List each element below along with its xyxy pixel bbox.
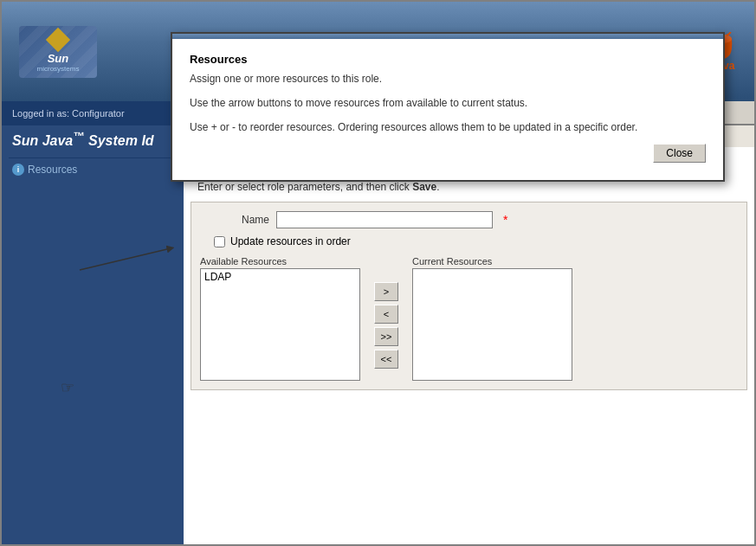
transfer-buttons: > < >> << bbox=[369, 256, 404, 369]
popup-dialog: Resources Assign one or more resources t… bbox=[171, 32, 725, 182]
current-resources-listbox[interactable] bbox=[412, 268, 572, 381]
popup-close-btn[interactable]: Close bbox=[653, 144, 706, 163]
move-left-btn[interactable]: < bbox=[374, 305, 398, 324]
sidebar: Logged in as: Configurator Sun Java™ Sys… bbox=[2, 101, 184, 544]
name-row: Name * bbox=[200, 211, 738, 228]
update-order-row: Update resources in order bbox=[200, 235, 738, 247]
list-item[interactable]: LDAP bbox=[201, 269, 359, 285]
popup-content: Resources Assign one or more resources t… bbox=[172, 39, 723, 180]
update-order-label: Update resources in order bbox=[230, 235, 351, 247]
name-input[interactable] bbox=[276, 211, 493, 228]
main-window: Sun microsystems Sun Java™ System Identi… bbox=[0, 0, 756, 546]
popup-text1: Assign one or more resources to this rol… bbox=[190, 71, 706, 87]
info-icon: i bbox=[12, 164, 24, 176]
available-resources-label: Available Resources bbox=[200, 256, 360, 267]
cursor-pointer: ☞ bbox=[61, 378, 74, 397]
popup-close-row: Close bbox=[190, 144, 706, 163]
sidebar-system-name: Sun Java™ System Id bbox=[2, 125, 184, 157]
sun-logo: Sun microsystems bbox=[19, 26, 97, 78]
sidebar-resources-item[interactable]: i Resources bbox=[2, 158, 184, 181]
move-all-left-btn[interactable]: << bbox=[374, 350, 398, 369]
current-resources-panel: Current Resources bbox=[412, 256, 572, 381]
save-word: Save bbox=[412, 181, 436, 193]
update-order-checkbox[interactable] bbox=[214, 236, 225, 247]
required-indicator: * bbox=[503, 213, 507, 227]
name-label: Name bbox=[200, 214, 269, 226]
sidebar-logged-in: Logged in as: Configurator bbox=[2, 101, 184, 125]
popup-text2: Use the arrow buttons to move resources … bbox=[190, 95, 706, 111]
sidebar-resources-label: Resources bbox=[28, 164, 77, 176]
main-content: Create Role Enter or select role paramet… bbox=[184, 147, 754, 544]
move-right-btn[interactable]: > bbox=[374, 282, 398, 301]
popup-text3: Use + or - to reorder resources. Orderin… bbox=[190, 119, 706, 135]
available-resources-listbox[interactable]: LDAP bbox=[200, 268, 360, 381]
popup-title: Resources bbox=[190, 53, 706, 66]
available-resources-panel: Available Resources LDAP bbox=[200, 256, 360, 381]
page-instruction: Enter or select role parameters, and the… bbox=[184, 179, 754, 202]
resources-section: Available Resources LDAP > < >> << Curre… bbox=[200, 256, 738, 381]
move-all-right-btn[interactable]: >> bbox=[374, 327, 398, 346]
current-resources-label: Current Resources bbox=[412, 256, 572, 267]
